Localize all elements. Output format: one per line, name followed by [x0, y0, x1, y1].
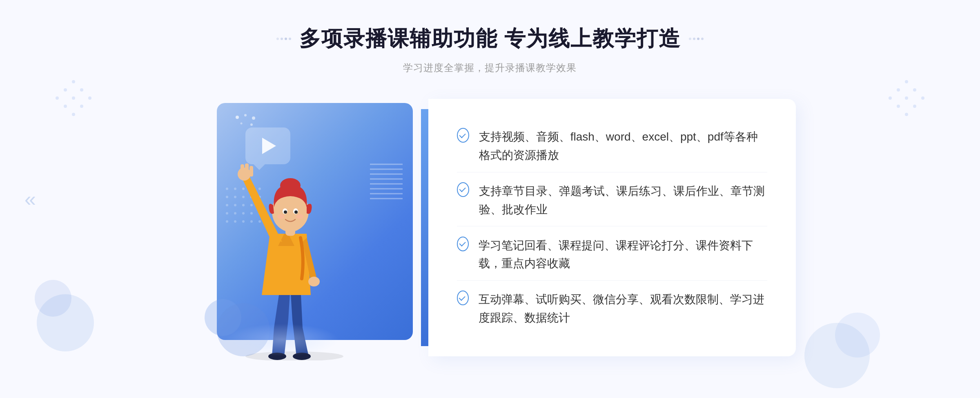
check-icon-2: [457, 182, 469, 197]
svg-point-70: [280, 178, 301, 193]
content-panel: 支持视频、音频、flash、word、excel、ppt、pdf等各种格式的资源…: [428, 99, 796, 356]
main-content: 支持视频、音频、flash、word、excel、ppt、pdf等各种格式的资源…: [184, 95, 796, 360]
page-subtitle: 学习进度全掌握，提升录播课教学效果: [276, 61, 704, 74]
accent-divider: [421, 109, 428, 346]
title-decorator-right: [689, 38, 704, 40]
feature-text-3: 学习笔记回看、课程提问、课程评论打分、课件资料下载，重点内容收藏: [479, 237, 767, 273]
svg-point-10: [913, 88, 916, 92]
svg-rect-64: [241, 164, 244, 176]
svg-point-67: [308, 277, 320, 286]
svg-point-5: [80, 105, 83, 108]
page-container: 多项录播课辅助功能 专为线上教学打造 学习进度全掌握，提升录播课教学效果: [0, 0, 980, 398]
feature-text-1: 支持视频、音频、flash、word、excel、ppt、pdf等各种格式的资源…: [479, 128, 767, 165]
svg-point-0: [72, 80, 75, 83]
feature-text-2: 支持章节目录、弹题考试、课后练习、课后作业、章节测验、批改作业: [479, 182, 767, 219]
svg-point-73: [284, 210, 287, 214]
header-section: 多项录播课辅助功能 专为线上教学打造 学习进度全掌握，提升录播课教学效果: [276, 0, 704, 74]
svg-point-3: [64, 88, 67, 92]
check-icon-3: [457, 237, 469, 251]
feature-text-4: 互动弹幕、试听购买、微信分享、观看次数限制、学习进度跟踪、数据统计: [479, 291, 768, 327]
svg-point-9: [905, 80, 908, 83]
svg-point-7: [64, 105, 67, 108]
sparkle-decoration: [233, 113, 258, 134]
svg-point-13: [905, 96, 908, 100]
feature-item-1: 支持视频、音频、flash、word、excel、ppt、pdf等各种格式的资源…: [457, 121, 767, 172]
svg-point-19: [804, 323, 870, 388]
svg-point-14: [913, 105, 916, 108]
svg-point-75: [277, 214, 285, 219]
left-chevron-icon: «: [24, 187, 36, 211]
svg-point-8: [72, 113, 75, 116]
svg-point-2: [88, 96, 91, 100]
svg-rect-66: [249, 166, 253, 177]
page-title: 多项录播课辅助功能 专为线上教学打造: [299, 25, 681, 53]
svg-point-11: [921, 96, 924, 100]
svg-point-4: [72, 96, 75, 100]
svg-point-1: [80, 88, 83, 92]
svg-point-16: [897, 105, 900, 108]
svg-point-23: [244, 114, 247, 116]
svg-point-21: [37, 294, 94, 351]
svg-point-22: [236, 116, 239, 119]
feature-item-2: 支持章节目录、弹题考试、课后练习、课后作业、章节测验、批改作业: [457, 175, 767, 227]
title-row: 多项录播课辅助功能 专为线上教学打造: [276, 25, 704, 53]
svg-point-20: [35, 280, 71, 317]
svg-point-76: [296, 214, 303, 219]
svg-rect-65: [245, 163, 249, 176]
svg-point-25: [241, 123, 243, 125]
feature-item-4: 互动弹幕、试听购买、微信分享、观看次数限制、学习进度跟踪、数据统计: [457, 283, 767, 335]
svg-point-6: [56, 96, 59, 100]
svg-point-24: [252, 116, 255, 120]
check-icon-1: [457, 128, 469, 143]
stripe-decoration: [370, 160, 403, 201]
title-decorator-left: [276, 38, 291, 40]
svg-point-17: [905, 113, 908, 116]
feature-item-3: 学习笔记回看、课程提问、课程评论打分、课件资料下载，重点内容收藏: [457, 229, 767, 281]
svg-point-74: [294, 210, 298, 214]
svg-point-12: [897, 88, 900, 92]
svg-point-18: [835, 313, 880, 358]
check-icon-4: [457, 291, 469, 305]
svg-point-15: [889, 96, 892, 100]
svg-point-26: [250, 123, 253, 126]
illustration-panel: [184, 95, 421, 360]
floor-glow: [225, 324, 339, 356]
